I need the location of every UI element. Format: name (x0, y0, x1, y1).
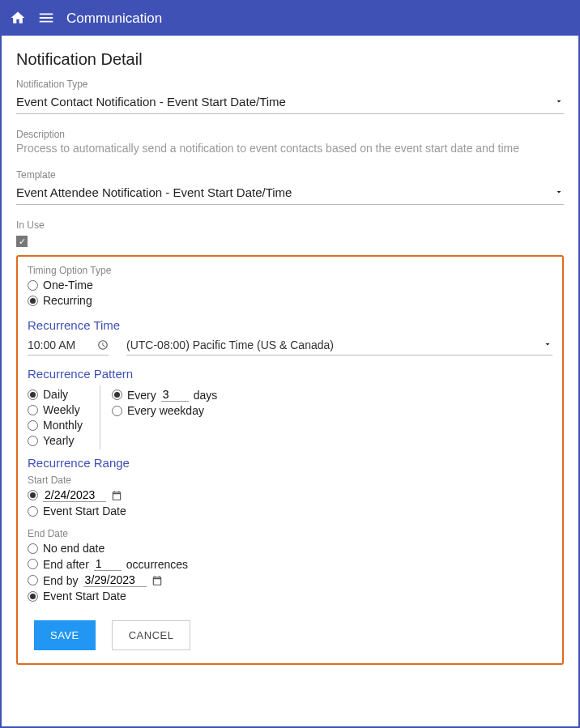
daily-every-weekday-label: Every weekday (127, 404, 204, 417)
timing-option-type-label: Timing Option Type (28, 265, 552, 276)
radio-icon (28, 405, 38, 415)
start-event-start-option[interactable]: Event Start Date (28, 504, 552, 517)
content-area: Notification Detail Notification Type Ev… (2, 36, 578, 679)
menu-icon[interactable] (37, 9, 55, 29)
end-after-prefix: End after (43, 558, 89, 571)
dropdown-arrow-icon (554, 186, 564, 199)
recurrence-time-value: 10:00 AM (28, 338, 75, 351)
description-text: Process to automatically send a notifica… (16, 142, 564, 155)
recurrence-time-header: Recurrence Time (28, 318, 552, 332)
timing-recurring-option[interactable]: Recurring (28, 294, 552, 307)
radio-icon (112, 390, 122, 400)
notification-type-label: Notification Type (16, 79, 564, 90)
radio-icon (28, 296, 38, 306)
end-by-prefix: End by (43, 574, 79, 587)
description-field: Description Process to automatically sen… (16, 129, 564, 155)
radio-icon (28, 436, 38, 446)
timing-one-time-option[interactable]: One-Time (28, 279, 552, 292)
description-label: Description (16, 129, 564, 140)
start-date-label: Start Date (28, 475, 552, 486)
daily-every-n-option[interactable]: Every days (112, 388, 217, 402)
end-no-end-label: No end date (43, 542, 104, 555)
freq-yearly-label: Yearly (43, 434, 74, 447)
start-event-start-label: Event Start Date (43, 504, 126, 517)
end-after-suffix: occurrences (126, 558, 188, 571)
radio-icon (112, 406, 122, 416)
notification-type-field: Notification Type Event Contact Notifica… (16, 79, 564, 114)
home-icon[interactable] (10, 10, 26, 28)
recurrence-pattern-header: Recurrence Pattern (28, 367, 552, 381)
template-value: Event Attendee Notification - Event Star… (16, 185, 292, 199)
end-by-date-input[interactable] (83, 573, 147, 587)
end-event-start-option[interactable]: Event Start Date (28, 590, 552, 602)
end-after-option[interactable]: End after occurrences (28, 557, 552, 571)
radio-icon (28, 543, 38, 554)
radio-icon (28, 591, 38, 602)
calendar-icon[interactable] (151, 575, 163, 586)
template-select[interactable]: Event Attendee Notification - Event Star… (16, 182, 564, 205)
dropdown-arrow-icon (543, 338, 552, 351)
recurrence-time-input[interactable]: 10:00 AM (28, 337, 109, 355)
notification-type-value: Event Contact Notification - Event Start… (16, 95, 286, 109)
radio-icon (28, 390, 38, 400)
daily-every-prefix: Every (127, 389, 156, 402)
cancel-button[interactable]: CANCEL (112, 620, 191, 650)
end-by-option[interactable]: End by (28, 573, 552, 587)
top-bar: Communication (2, 2, 578, 36)
timing-recurring-label: Recurring (43, 294, 92, 307)
calendar-icon[interactable] (111, 490, 122, 501)
end-event-start-label: Event Start Date (43, 590, 126, 602)
freq-monthly-label: Monthly (43, 419, 83, 432)
timing-section: Timing Option Type One-Time Recurring Re… (16, 255, 564, 665)
clock-icon (97, 339, 109, 351)
page-title: Communication (66, 11, 162, 27)
template-label: Template (16, 169, 564, 181)
end-date-label: End Date (28, 528, 552, 539)
radio-icon (28, 506, 38, 517)
timezone-select[interactable]: (UTC-08:00) Pacific Time (US & Canada) (126, 337, 552, 355)
start-specific-date-option[interactable] (28, 488, 552, 502)
radio-icon (28, 280, 38, 291)
radio-icon (28, 420, 38, 431)
in-use-label: In Use (16, 219, 564, 231)
daily-every-n-input[interactable] (161, 388, 189, 402)
recurrence-range-header: Recurrence Range (28, 456, 552, 470)
daily-every-weekday-option[interactable]: Every weekday (112, 404, 217, 417)
notification-type-select[interactable]: Event Contact Notification - Event Start… (16, 92, 564, 114)
end-after-count-input[interactable] (94, 557, 122, 571)
template-field: Template Event Attendee Notification - E… (16, 169, 564, 205)
end-no-end-option[interactable]: No end date (28, 542, 552, 555)
save-button[interactable]: SAVE (34, 620, 96, 650)
freq-weekly-option[interactable]: Weekly (28, 403, 93, 416)
in-use-field: In Use ✓ (16, 219, 564, 247)
radio-icon (28, 490, 38, 500)
daily-every-suffix: days (194, 389, 218, 402)
freq-daily-option[interactable]: Daily (28, 388, 93, 401)
timing-one-time-label: One-Time (43, 279, 93, 292)
start-date-input[interactable] (43, 488, 106, 502)
in-use-checkbox[interactable]: ✓ (16, 236, 28, 247)
radio-icon (28, 575, 38, 585)
freq-yearly-option[interactable]: Yearly (28, 434, 93, 447)
freq-daily-label: Daily (43, 388, 68, 401)
freq-weekly-label: Weekly (43, 403, 80, 416)
timezone-value: (UTC-08:00) Pacific Time (US & Canada) (126, 338, 334, 351)
freq-monthly-option[interactable]: Monthly (28, 419, 93, 432)
radio-icon (28, 559, 38, 569)
dropdown-arrow-icon (554, 96, 564, 109)
detail-title: Notification Detail (16, 50, 564, 69)
